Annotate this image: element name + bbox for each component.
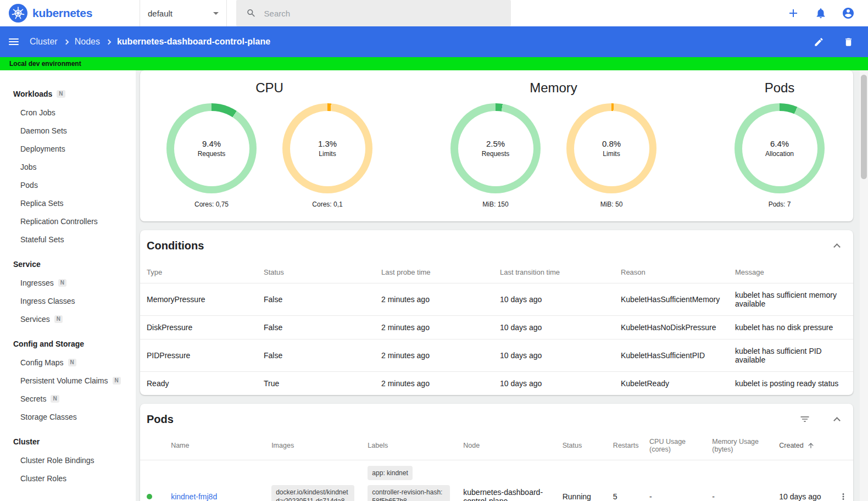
cell-node: kubernetes-dashboard-control-plane: [457, 460, 555, 501]
sidebar-section-title-workloads: Workloads N: [0, 85, 136, 103]
gauge-caption: MiB: 150: [482, 201, 508, 208]
breadcrumb-nodes[interactable]: Nodes: [75, 37, 100, 47]
search-input[interactable]: [264, 9, 501, 18]
cell-reason: KubeletHasSufficientMemory: [614, 283, 728, 316]
cell-images: docker.io/kindest/kindnetd:v20230511-dc7…: [265, 460, 361, 501]
search-bar[interactable]: [236, 0, 511, 26]
search-icon: [246, 8, 257, 19]
item-label: Services: [20, 315, 50, 324]
namespace-value: default: [148, 9, 173, 18]
col-last-transition-time: Last transition time: [493, 261, 614, 283]
collapse-pods-button[interactable]: [830, 413, 843, 426]
col-last-probe-time: Last probe time: [375, 261, 493, 283]
sidebar-item-ingress-classes[interactable]: Ingress Classes: [0, 292, 136, 310]
kubernetes-logo-icon: [9, 4, 27, 23]
namespaced-badge: N: [57, 90, 65, 98]
sort-created[interactable]: Created: [779, 442, 824, 449]
notifications-button[interactable]: [814, 7, 827, 20]
gauge-memory-limits: 0.8% Limits MiB: 50: [566, 103, 656, 208]
cell-created: 10 days ago: [772, 460, 830, 501]
cell-restarts: 5: [607, 460, 643, 501]
trash-icon: [843, 37, 854, 47]
sidebar-item-pods[interactable]: Pods: [0, 176, 136, 194]
sidebar-item-cluster-roles[interactable]: Cluster Roles: [0, 469, 136, 487]
menu-icon[interactable]: [9, 38, 19, 45]
sidebar-item-cluster-role-bindings[interactable]: Cluster Role Bindings: [0, 451, 136, 469]
sidebar-item-replication-controllers[interactable]: Replication Controllers: [0, 212, 136, 230]
cell-reason: KubeletHasNoDiskPressure: [614, 316, 728, 339]
sidebar: Workloads N Cron Jobs Daemon Sets Deploy…: [0, 70, 136, 501]
sidebar-item-stateful-sets[interactable]: Stateful Sets: [0, 230, 136, 248]
section-title-text: Config and Storage: [13, 339, 84, 348]
sidebar-item-replica-sets[interactable]: Replica Sets: [0, 194, 136, 212]
brand-title: kubernetes: [32, 7, 92, 20]
sidebar-item-secrets[interactable]: Secrets N: [0, 389, 136, 408]
namespace-selector[interactable]: default: [140, 0, 227, 26]
item-label: Ingresses: [20, 279, 54, 287]
item-label: Config Maps: [20, 358, 64, 367]
sidebar-item-cron-jobs[interactable]: Cron Jobs: [0, 103, 136, 121]
namespaced-badge: N: [113, 377, 121, 385]
cell-actions: [830, 460, 853, 501]
cell-status-dot: [140, 460, 164, 501]
cell-probe: 2 minutes ago: [375, 283, 493, 316]
edit-button[interactable]: [812, 35, 825, 48]
chevron-right-icon: [63, 40, 69, 45]
cell-status: False: [257, 339, 375, 372]
label-chip: controller-revision-hash: 58f5b657b8: [368, 485, 450, 501]
gauge-value: 6.4%: [770, 139, 789, 148]
sort-ascending-icon: [807, 442, 815, 449]
cell-probe: 2 minutes ago: [375, 316, 493, 339]
scrollbar-thumb[interactable]: [861, 75, 867, 179]
sidebar-item-config-maps[interactable]: Config Maps N: [0, 353, 136, 371]
pods-title: Pods: [147, 413, 174, 426]
conditions-title: Conditions: [147, 240, 204, 252]
cell-type: MemoryPressure: [140, 283, 257, 316]
breadcrumb-cluster[interactable]: Cluster: [30, 37, 58, 47]
sidebar-item-daemon-sets[interactable]: Daemon Sets: [0, 121, 136, 140]
create-button[interactable]: [787, 7, 800, 20]
main-content: CPU 9.4% Requests Cores: 0,75 1.3%: [136, 70, 868, 501]
gauge-cpu-limits: 1.3% Limits Cores: 0,1: [282, 103, 372, 208]
pod-name-link[interactable]: kindnet-fmj8d: [171, 492, 217, 501]
chevron-right-icon: [105, 40, 111, 45]
delete-button[interactable]: [842, 35, 855, 48]
gauge-label: Requests: [198, 150, 226, 158]
item-label: Replication Controllers: [20, 217, 98, 226]
pods-card: Pods Name: [140, 404, 853, 501]
cell-type: Ready: [140, 372, 257, 396]
col-actions: [830, 435, 853, 460]
item-label: Cluster Roles: [20, 474, 66, 483]
sidebar-item-services[interactable]: Services N: [0, 310, 136, 328]
sidebar-item-persistent-volume-claims[interactable]: Persistent Volume Claims N: [0, 371, 136, 389]
cell-reason: KubeletHasSufficientPID: [614, 339, 728, 372]
col-message: Message: [728, 261, 853, 283]
sidebar-item-jobs[interactable]: Jobs: [0, 158, 136, 176]
bell-icon: [815, 7, 827, 19]
scrollbar[interactable]: [860, 70, 868, 501]
col-cpu-usage: CPU Usage (cores): [643, 435, 705, 460]
sidebar-item-ingresses[interactable]: Ingresses N: [0, 274, 136, 292]
top-actions: [787, 7, 868, 20]
cell-type: DiskPressure: [140, 316, 257, 339]
table-row: PIDPressure False 2 minutes ago 10 days …: [140, 339, 853, 372]
pod-actions-button[interactable]: [837, 490, 850, 501]
collapse-conditions-button[interactable]: [830, 239, 843, 252]
filter-pods-button[interactable]: [798, 413, 811, 426]
cell-reason: KubeletReady: [614, 372, 728, 396]
add-icon: [787, 7, 800, 20]
breadcrumb-bar: Cluster Nodes kubernetes-dashboard-contr…: [0, 26, 868, 57]
gauge-cpu-requests: 9.4% Requests Cores: 0,75: [166, 103, 257, 208]
top-app-bar: kubernetes default: [0, 0, 868, 26]
cell-cpu-usage: -: [643, 460, 705, 501]
col-reason: Reason: [614, 261, 728, 283]
chevron-up-icon: [833, 417, 841, 424]
sidebar-item-storage-classes[interactable]: Storage Classes: [0, 408, 136, 426]
conditions-table: Type Status Last probe time Last transit…: [140, 261, 853, 395]
sidebar-item-deployments[interactable]: Deployments: [0, 140, 136, 158]
account-button[interactable]: [842, 7, 855, 20]
col-created-label: Created: [779, 442, 803, 449]
brand[interactable]: kubernetes: [0, 0, 140, 26]
table-row: DiskPressure False 2 minutes ago 10 days…: [140, 316, 853, 339]
cell-transition: 10 days ago: [493, 339, 614, 372]
